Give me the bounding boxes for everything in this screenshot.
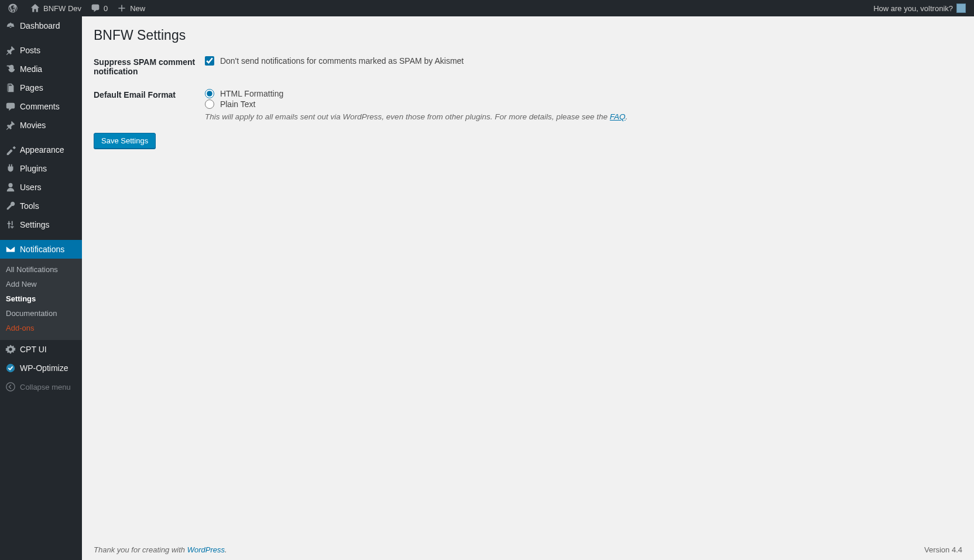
sidebar-item-posts[interactable]: Posts xyxy=(0,41,82,60)
greeting-text: How are you, voltronik? xyxy=(873,4,953,13)
avatar xyxy=(956,4,966,13)
comments-link[interactable]: 0 xyxy=(86,0,112,16)
sidebar-item-notifications[interactable]: Notifications xyxy=(0,240,82,259)
sidebar-item-dashboard[interactable]: Dashboard xyxy=(0,16,82,35)
tools-icon xyxy=(5,201,16,211)
setting-row-spam: Suppress SPAM comment notification Don't… xyxy=(94,55,962,88)
collapse-icon xyxy=(5,382,16,392)
comments-count: 0 xyxy=(104,4,108,13)
submenu-all-notifications[interactable]: All Notifications xyxy=(0,262,82,277)
sidebar-submenu-notifications: All Notifications Add New Settings Docum… xyxy=(0,259,82,340)
check-circle-icon xyxy=(5,363,16,373)
plus-icon xyxy=(117,4,126,13)
format-desc-pre: This will apply to all emails sent out v… xyxy=(205,112,610,121)
sidebar-item-label: WP-Optimize xyxy=(20,363,68,373)
appearance-icon xyxy=(5,145,16,155)
format-radio-html-label[interactable]: HTML Formatting xyxy=(205,89,962,98)
submenu-add-ons[interactable]: Add-ons xyxy=(0,321,82,335)
spam-checkbox[interactable] xyxy=(205,56,214,66)
settings-icon xyxy=(5,219,16,230)
gear-icon xyxy=(5,344,16,355)
svg-point-0 xyxy=(6,364,15,372)
plugin-icon xyxy=(5,163,16,174)
wordpress-icon xyxy=(8,4,18,13)
collapse-menu-button[interactable]: Collapse menu xyxy=(0,377,82,396)
footer-thanks-pre: Thank you for creating with xyxy=(94,545,187,554)
sidebar-item-label: CPT UI xyxy=(20,345,47,354)
format-radio-plain[interactable] xyxy=(205,99,214,109)
media-icon xyxy=(5,64,16,74)
sidebar-item-comments[interactable]: Comments xyxy=(0,97,82,116)
sidebar-item-label: Movies xyxy=(20,121,46,130)
sidebar-item-tools[interactable]: Tools xyxy=(0,197,82,215)
page-title: BNFW Settings xyxy=(94,22,962,55)
home-icon xyxy=(30,4,40,13)
format-radio-plain-label[interactable]: Plain Text xyxy=(205,99,962,109)
sidebar-item-cpt-ui[interactable]: CPT UI xyxy=(0,340,82,359)
sidebar-item-label: Pages xyxy=(20,83,43,92)
submenu-settings[interactable]: Settings xyxy=(0,291,82,306)
site-home-link[interactable]: BNFW Dev xyxy=(26,0,86,16)
comment-icon xyxy=(5,101,16,112)
admin-bar: BNFW Dev 0 New How are you, voltronik? xyxy=(0,0,974,16)
wp-logo-menu[interactable] xyxy=(4,0,26,16)
setting-heading-spam: Suppress SPAM comment notification xyxy=(94,55,205,88)
sidebar-item-users[interactable]: Users xyxy=(0,178,82,197)
sidebar-item-label: Tools xyxy=(20,201,39,211)
pages-icon xyxy=(5,83,16,93)
new-content-link[interactable]: New xyxy=(112,0,150,16)
format-desc-post: . xyxy=(626,112,628,121)
sidebar-item-label: Users xyxy=(20,183,42,192)
faq-link[interactable]: FAQ xyxy=(610,112,626,121)
user-icon xyxy=(5,182,16,193)
sidebar-item-pages[interactable]: Pages xyxy=(0,78,82,97)
setting-row-format: Default Email Format HTML Formatting Pla… xyxy=(94,88,962,133)
spam-checkbox-label[interactable]: Don't send notifications for comments ma… xyxy=(205,56,962,66)
setting-heading-format: Default Email Format xyxy=(94,88,205,133)
sidebar-item-label: Posts xyxy=(20,46,40,55)
format-radio-plain-text: Plain Text xyxy=(220,99,255,109)
sidebar-item-movies[interactable]: Movies xyxy=(0,116,82,135)
footer-version: Version 4.4 xyxy=(924,545,962,554)
footer-thanks: Thank you for creating with WordPress. xyxy=(94,545,227,554)
collapse-label: Collapse menu xyxy=(20,383,71,391)
format-radio-html[interactable] xyxy=(205,89,214,98)
pin-icon xyxy=(5,45,16,56)
sidebar-item-label: Plugins xyxy=(20,164,47,173)
sidebar-item-label: Comments xyxy=(20,102,60,111)
mail-icon xyxy=(5,244,16,255)
sidebar-item-wp-optimize[interactable]: WP-Optimize xyxy=(0,359,82,377)
sidebar-item-label: Notifications xyxy=(20,245,64,254)
wordpress-link[interactable]: WordPress xyxy=(187,545,225,554)
format-radio-html-text: HTML Formatting xyxy=(220,89,283,98)
site-name: BNFW Dev xyxy=(43,4,81,13)
save-settings-button[interactable]: Save Settings xyxy=(94,133,156,149)
sidebar-item-settings[interactable]: Settings xyxy=(0,215,82,234)
sidebar-item-label: Appearance xyxy=(20,145,64,154)
settings-table: Suppress SPAM comment notification Don't… xyxy=(94,55,962,133)
svg-point-1 xyxy=(6,383,15,391)
sidebar-item-label: Media xyxy=(20,64,42,74)
sidebar-item-media[interactable]: Media xyxy=(0,60,82,78)
submenu-documentation[interactable]: Documentation xyxy=(0,306,82,321)
new-label: New xyxy=(130,4,145,13)
format-description: This will apply to all emails sent out v… xyxy=(205,112,962,121)
sidebar-item-label: Dashboard xyxy=(20,21,60,30)
my-account-link[interactable]: How are you, voltronik? xyxy=(869,0,970,16)
pin-icon xyxy=(5,120,16,130)
sidebar-item-plugins[interactable]: Plugins xyxy=(0,159,82,178)
spam-checkbox-text: Don't send notifications for comments ma… xyxy=(220,56,464,66)
admin-sidebar: Dashboard Posts Media Pages Comments Mov… xyxy=(0,16,82,560)
sidebar-item-appearance[interactable]: Appearance xyxy=(0,140,82,159)
content-area: BNFW Settings Suppress SPAM comment noti… xyxy=(82,16,974,560)
submenu-add-new[interactable]: Add New xyxy=(0,277,82,291)
comment-icon xyxy=(91,4,100,13)
sidebar-item-label: Settings xyxy=(20,220,50,229)
dashboard-icon xyxy=(5,20,16,31)
footer-thanks-post: . xyxy=(225,545,227,554)
admin-footer: Thank you for creating with WordPress. V… xyxy=(82,540,974,560)
